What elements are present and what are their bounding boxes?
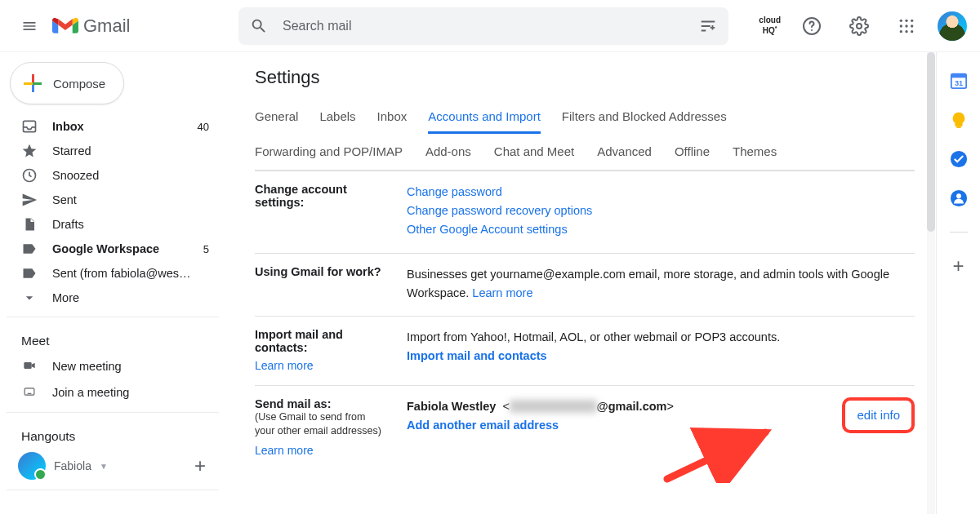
apps-grid-icon[interactable] bbox=[890, 10, 923, 42]
account-link[interactable]: Change password bbox=[407, 185, 502, 198]
svg-point-11 bbox=[911, 30, 913, 33]
camera-icon bbox=[21, 359, 38, 374]
svg-point-4 bbox=[905, 19, 907, 21]
section-text: Import from Yahoo!, Hotmail, AOL, or oth… bbox=[407, 330, 780, 343]
section-label: Send mail as: bbox=[255, 397, 331, 410]
settings-gear-icon[interactable] bbox=[843, 10, 875, 42]
brand-name: Gmail bbox=[83, 16, 130, 37]
tab-advanced[interactable]: Advanced bbox=[597, 144, 652, 158]
cloudhq-icon[interactable]: cloudHQ* bbox=[759, 16, 781, 35]
svg-rect-17 bbox=[951, 74, 965, 78]
tab-add-ons[interactable]: Add-ons bbox=[425, 144, 471, 158]
tab-forwarding-and-pop-imap[interactable]: Forwarding and POP/IMAP bbox=[255, 144, 403, 158]
sidebar-item-label: More bbox=[52, 291, 79, 304]
section-label: Change account settings: bbox=[255, 183, 385, 240]
meet-item-join-a-meeting[interactable]: Join a meeting bbox=[7, 379, 219, 405]
sidebar-item-count: 5 bbox=[203, 243, 209, 255]
keep-icon[interactable] bbox=[950, 111, 968, 129]
tag-icon bbox=[21, 265, 38, 281]
svg-point-9 bbox=[900, 30, 902, 33]
tab-accounts-and-import[interactable]: Accounts and Import bbox=[428, 104, 541, 134]
tag-icon bbox=[21, 241, 38, 257]
section-send-mail-as: Send mail as: (Use Gmail to send from yo… bbox=[255, 385, 915, 470]
section-work: Using Gmail for work? Businesses get you… bbox=[255, 253, 915, 316]
learn-more-link[interactable]: Learn more bbox=[255, 444, 385, 457]
edit-info-link[interactable]: edit info bbox=[857, 408, 900, 422]
add-addon-icon[interactable]: + bbox=[950, 257, 968, 275]
sidebar-item-google-workspace[interactable]: Google Workspace5 bbox=[7, 237, 219, 261]
header-actions: cloudHQ* bbox=[759, 10, 967, 42]
section-label: Using Gmail for work? bbox=[255, 265, 385, 303]
svg-point-8 bbox=[911, 24, 913, 27]
sidebar-item-count: 40 bbox=[198, 121, 209, 133]
hangouts-heading: Hangouts bbox=[7, 419, 219, 449]
tab-inbox[interactable]: Inbox bbox=[377, 104, 408, 133]
account-link[interactable]: Other Google Account settings bbox=[407, 223, 568, 236]
search-options-icon[interactable] bbox=[699, 17, 717, 35]
sendas-name: Fabiola Westley bbox=[407, 400, 496, 413]
menu-icon[interactable] bbox=[13, 10, 46, 42]
page-title: Settings bbox=[255, 67, 915, 88]
compose-button[interactable]: Compose bbox=[10, 62, 124, 104]
sidebar-item-sent-from-fabiola-wes-[interactable]: Sent (from fabiola@wes… bbox=[7, 261, 219, 286]
section-label: Import mail and contacts: bbox=[255, 328, 343, 354]
hangouts-user-row[interactable]: Fabiola ▼ + bbox=[7, 449, 219, 483]
main-content: Settings GeneralLabelsInboxAccounts and … bbox=[225, 52, 936, 514]
svg-point-7 bbox=[905, 24, 907, 27]
settings-tabs: GeneralLabelsInboxAccounts and ImportFil… bbox=[255, 98, 915, 171]
brand[interactable]: Gmail bbox=[52, 16, 216, 37]
new-chat-icon[interactable]: + bbox=[194, 454, 206, 477]
tab-labels[interactable]: Labels bbox=[319, 104, 355, 133]
tab-chat-and-meet[interactable]: Chat and Meet bbox=[494, 144, 574, 158]
contacts-icon[interactable] bbox=[950, 189, 968, 207]
svg-point-10 bbox=[905, 30, 907, 33]
meet-item-label: Join a meeting bbox=[52, 386, 129, 399]
sidebar-item-drafts[interactable]: Drafts bbox=[7, 212, 219, 237]
learn-more-link[interactable]: Learn more bbox=[255, 359, 385, 372]
account-avatar[interactable] bbox=[938, 11, 967, 41]
sidebar: Compose Inbox40StarredSnoozedSentDraftsG… bbox=[0, 52, 225, 514]
meet-item-new-meeting[interactable]: New meeting bbox=[7, 353, 219, 379]
sidebar-item-label: Snoozed bbox=[52, 169, 99, 182]
tab-general[interactable]: General bbox=[255, 104, 298, 133]
sidebar-item-label: Sent bbox=[52, 193, 77, 206]
gmail-logo-icon bbox=[52, 16, 78, 36]
tab-filters-and-blocked-addresses[interactable]: Filters and Blocked Addresses bbox=[562, 104, 727, 133]
svg-point-3 bbox=[900, 19, 902, 21]
hangouts-user-name: Fabiola bbox=[54, 459, 91, 472]
calendar-icon[interactable]: 31 bbox=[950, 72, 968, 90]
sidebar-item-starred[interactable]: Starred bbox=[7, 139, 219, 163]
chevron-icon bbox=[21, 290, 38, 306]
search-input[interactable] bbox=[281, 18, 686, 34]
meet-heading: Meet bbox=[7, 324, 219, 353]
clock-icon bbox=[21, 167, 38, 184]
tab-offline[interactable]: Offline bbox=[675, 144, 710, 158]
add-email-link[interactable]: Add another email address bbox=[407, 419, 559, 432]
tab-themes[interactable]: Themes bbox=[733, 144, 777, 158]
sidebar-item-label: Drafts bbox=[52, 218, 84, 231]
account-link[interactable]: Change password recovery options bbox=[407, 204, 592, 217]
svg-point-5 bbox=[911, 19, 913, 21]
hangouts-avatar bbox=[18, 452, 46, 480]
svg-rect-19 bbox=[956, 126, 961, 128]
scrollbar[interactable] bbox=[927, 52, 935, 514]
search-bar[interactable] bbox=[238, 7, 728, 45]
section-sublabel: (Use Gmail to send from your other email… bbox=[255, 410, 385, 439]
sidebar-item-more[interactable]: More bbox=[7, 286, 219, 310]
tasks-icon[interactable] bbox=[950, 150, 968, 168]
meet-item-label: New meeting bbox=[52, 360, 122, 373]
section-import: Import mail and contacts: Learn more Imp… bbox=[255, 316, 915, 385]
svg-text:31: 31 bbox=[954, 79, 962, 87]
sendas-email-suffix: @gmail.com bbox=[597, 400, 667, 413]
edit-info-highlight: edit info bbox=[842, 397, 915, 433]
sendas-email-redacted: ██████████ bbox=[510, 400, 597, 413]
sidebar-item-label: Google Workspace bbox=[52, 242, 159, 255]
help-icon[interactable] bbox=[795, 10, 828, 42]
learn-more-link[interactable]: Learn more bbox=[472, 286, 532, 299]
compose-label: Compose bbox=[53, 77, 105, 91]
import-action-link[interactable]: Import mail and contacts bbox=[407, 349, 547, 362]
sidebar-item-inbox[interactable]: Inbox40 bbox=[7, 114, 219, 139]
sidebar-item-label: Sent (from fabiola@wes… bbox=[52, 267, 190, 280]
sidebar-item-sent[interactable]: Sent bbox=[7, 188, 219, 212]
sidebar-item-snoozed[interactable]: Snoozed bbox=[7, 163, 219, 188]
